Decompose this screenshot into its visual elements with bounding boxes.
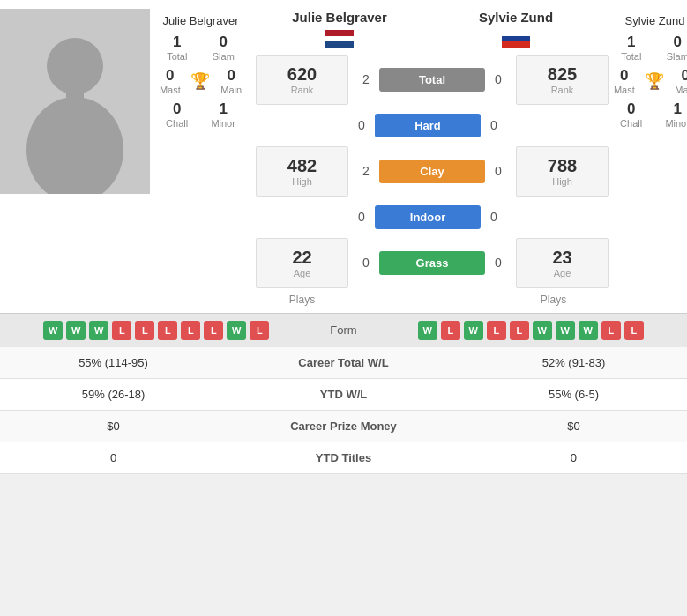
- form-badge-right-2: W: [464, 321, 483, 340]
- form-left: WWWLLLLLWL: [13, 321, 300, 340]
- surface-indoor-right: 0: [481, 210, 507, 224]
- form-section: WWWLLLLLWL Form WLWLLWWWLL: [0, 313, 687, 347]
- player2-flag: [428, 30, 604, 48]
- form-badge-right-1: L: [441, 321, 460, 340]
- form-badge-left-1: W: [66, 321, 86, 340]
- stats-left-0: 55% (114-95): [0, 347, 227, 379]
- form-badge-left-6: L: [181, 321, 200, 340]
- form-badge-left-9: L: [250, 321, 269, 340]
- stats-right-0: 52% (91-83): [460, 347, 687, 379]
- svg-rect-3: [66, 91, 84, 108]
- form-badge-right-3: L: [487, 321, 506, 340]
- player2-slam-label: Slam: [667, 51, 687, 62]
- form-badge-left-0: W: [43, 321, 63, 340]
- form-badge-right-8: L: [601, 321, 621, 340]
- stats-label-3: YTD Titles: [227, 442, 460, 473]
- surface-clay-badge: Clay: [379, 160, 485, 183]
- player1-flag: [251, 30, 428, 48]
- trophy-icon-right: 🏆: [645, 71, 664, 91]
- player1-name: Julie Belgraver: [163, 9, 239, 31]
- form-badge-right-0: W: [418, 321, 437, 340]
- player2-mast-label: Mast: [614, 85, 635, 95]
- player1-mast-label: Mast: [160, 85, 181, 95]
- player2-rank-box: 825 Rank: [516, 55, 609, 105]
- career-stats-table: 55% (114-95)Career Total W/L52% (91-83)5…: [0, 347, 687, 474]
- form-label: Form: [300, 323, 388, 337]
- stats-label-0: Career Total W/L: [227, 347, 460, 379]
- player1-minor-value: 1: [211, 100, 235, 118]
- form-badge-right-4: L: [510, 321, 529, 340]
- surface-hard-right: 0: [481, 118, 507, 132]
- surface-indoor-left: 0: [348, 210, 375, 224]
- stats-row-0: 55% (114-95)Career Total W/L52% (91-83): [0, 347, 687, 379]
- form-badge-left-5: L: [158, 321, 177, 340]
- surface-clay-left: 2: [353, 164, 379, 178]
- player1-minor-label: Minor: [211, 118, 235, 129]
- player1-slam-value: 0: [213, 33, 235, 51]
- player2-mast-value: 0: [614, 67, 635, 85]
- form-badge-left-7: L: [204, 321, 223, 340]
- form-right: WLWLLWWWLL: [388, 321, 675, 340]
- stats-label-1: YTD W/L: [227, 378, 460, 410]
- surface-total-badge: Total: [379, 68, 485, 92]
- stats-row-2: $0Career Prize Money$0: [0, 410, 687, 442]
- player2-total-label: Total: [621, 51, 641, 62]
- player1-total-label: Total: [167, 51, 187, 62]
- player1-chall-label: Chall: [166, 118, 188, 129]
- trophy-icon-left: 🏆: [190, 71, 210, 91]
- form-badge-right-5: W: [533, 321, 552, 340]
- player1-main-value: 0: [220, 67, 242, 85]
- player2-minor-label: Minor: [665, 118, 687, 129]
- player2-chall-value: 0: [620, 100, 642, 118]
- form-badge-right-7: W: [579, 321, 598, 340]
- stats-left-2: $0: [0, 410, 227, 442]
- player2-plays-label: Plays: [503, 293, 604, 306]
- player1-mast-value: 0: [160, 67, 181, 85]
- surface-hard-badge: Hard: [375, 114, 481, 137]
- stats-right-2: $0: [460, 410, 687, 442]
- surface-grass-left: 0: [353, 256, 379, 270]
- player1-rank-box: 620 Rank: [256, 55, 348, 105]
- player1-chall-value: 0: [166, 100, 188, 118]
- player1-age-box: 22 Age: [256, 238, 348, 288]
- form-badge-left-3: L: [112, 321, 131, 340]
- form-badge-left-4: L: [135, 321, 154, 340]
- player2-total-value: 1: [621, 33, 641, 51]
- form-badge-right-6: W: [556, 321, 575, 340]
- stats-left-1: 59% (26-18): [0, 378, 227, 410]
- stats-label-2: Career Prize Money: [227, 410, 460, 442]
- player2-age-box: 23 Age: [516, 238, 609, 288]
- player1-high-box: 482 High: [256, 146, 348, 197]
- player2-slam-value: 0: [667, 33, 687, 51]
- stats-right-3: 0: [460, 442, 687, 473]
- player1-main-label: Main: [220, 85, 242, 95]
- player1-name-center: Julie Belgraver: [251, 9, 428, 26]
- player2-chall-label: Chall: [620, 118, 642, 129]
- player2-minor-value: 1: [665, 100, 687, 118]
- player2-main-value: 0: [675, 67, 687, 85]
- stats-row-3: 0YTD Titles0: [0, 442, 687, 473]
- surface-total-right: 0: [485, 72, 512, 86]
- form-badge-left-8: W: [227, 321, 246, 340]
- form-badge-right-9: L: [624, 321, 644, 340]
- player1-photo: [0, 9, 150, 313]
- surface-indoor-badge: Indoor: [375, 205, 481, 229]
- player2-high-box: 788 High: [516, 146, 609, 197]
- form-badge-left-2: W: [89, 321, 108, 340]
- surface-grass-right: 0: [485, 256, 512, 270]
- surface-total-left: 2: [353, 72, 379, 86]
- stats-row-1: 59% (26-18)YTD W/L55% (6-5): [0, 378, 687, 410]
- stats-left-3: 0: [0, 442, 227, 473]
- stats-right-1: 55% (6-5): [460, 378, 687, 410]
- player2-name: Sylvie Zund: [625, 9, 685, 31]
- surface-clay-right: 0: [485, 164, 512, 178]
- player1-slam-label: Slam: [213, 51, 235, 62]
- player2-main-label: Main: [675, 85, 687, 95]
- player2-name-center: Sylvie Zund: [428, 9, 604, 26]
- surface-hard-left: 0: [348, 118, 375, 132]
- surface-grass-badge: Grass: [379, 251, 485, 275]
- player1-plays-label: Plays: [251, 293, 353, 306]
- player1-total-value: 1: [167, 33, 187, 51]
- svg-point-1: [47, 38, 103, 94]
